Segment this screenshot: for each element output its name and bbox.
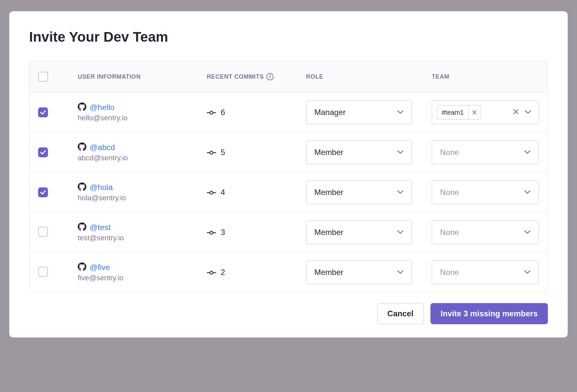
header-checkbox-cell — [38, 72, 78, 82]
commit-count: 2 — [221, 268, 225, 277]
info-icon[interactable]: i — [266, 73, 274, 80]
user-cell: @abcd abcd@sentry.io — [78, 142, 207, 162]
commit-count: 4 — [221, 188, 225, 197]
table-row: @hola hola@sentry.io 4 Member None — [29, 173, 548, 213]
chevron-down-icon — [397, 229, 404, 235]
team-select[interactable]: None — [432, 180, 539, 204]
user-email: abcd@sentry.io — [78, 154, 207, 162]
chevron-down-icon[interactable] — [523, 108, 533, 117]
header-user: USER INFORMATION — [78, 73, 207, 80]
header-commits: RECENT COMMITS i — [207, 73, 306, 80]
github-icon — [78, 222, 86, 232]
role-cell: Member — [306, 180, 432, 204]
invite-button[interactable]: Invite 3 missing members — [430, 303, 548, 324]
role-select[interactable]: Manager — [306, 100, 412, 124]
user-handle-link[interactable]: @abcd — [90, 143, 115, 152]
team-cell: None — [432, 140, 539, 164]
select-all-checkbox[interactable] — [38, 72, 48, 82]
user-email: hello@sentry.io — [78, 114, 207, 122]
commit-cell: 2 — [207, 268, 306, 277]
github-icon — [78, 182, 86, 192]
chevron-down-icon — [397, 149, 404, 155]
user-handle-link[interactable]: @hola — [90, 183, 113, 192]
header-role: ROLE — [306, 73, 432, 80]
commit-icon — [207, 148, 216, 157]
row-checkbox[interactable] — [38, 227, 48, 237]
commit-count: 6 — [221, 108, 225, 117]
svg-point-1 — [210, 111, 213, 114]
github-icon — [78, 142, 86, 152]
team-cell: None — [432, 180, 539, 204]
svg-point-10 — [210, 231, 213, 234]
user-cell: @hello hello@sentry.io — [78, 102, 207, 122]
team-cell: None — [432, 220, 539, 244]
commit-cell: 3 — [207, 228, 306, 237]
team-select[interactable]: None — [432, 140, 539, 164]
role-cell: Member — [306, 140, 432, 164]
team-multiselect[interactable]: #team1 — [432, 100, 539, 124]
cancel-button[interactable]: Cancel — [377, 303, 424, 324]
chevron-down-icon — [524, 189, 531, 195]
user-cell: @hola hola@sentry.io — [78, 182, 207, 202]
team-cell: #team1 — [432, 100, 539, 124]
team-select[interactable]: None — [432, 260, 539, 284]
commit-cell: 4 — [207, 188, 306, 197]
user-email: hola@sentry.io — [78, 194, 207, 202]
modal-footer: Cancel Invite 3 missing members — [29, 303, 548, 324]
user-handle-link[interactable]: @test — [90, 223, 111, 232]
invite-modal: Invite Your Dev Team USER INFORMATION RE… — [9, 11, 568, 337]
clear-all-icon[interactable] — [511, 107, 520, 117]
commit-count: 5 — [221, 148, 225, 157]
chevron-down-icon — [524, 269, 531, 275]
role-select[interactable]: Member — [306, 140, 412, 164]
commit-icon — [207, 228, 216, 237]
header-team: TEAM — [432, 73, 539, 80]
chevron-down-icon — [397, 189, 404, 195]
role-select[interactable]: Member — [306, 180, 412, 204]
user-email: test@sentry.io — [78, 234, 207, 242]
row-checkbox[interactable] — [38, 267, 48, 277]
commit-icon — [207, 108, 216, 117]
user-cell: @test test@sentry.io — [78, 222, 207, 242]
chip-remove-icon[interactable] — [468, 105, 480, 119]
table-row: @test test@sentry.io 3 Member None — [29, 213, 548, 253]
table-row: @hello hello@sentry.io 6 Manager — [29, 93, 548, 133]
commit-cell: 6 — [207, 108, 306, 117]
role-cell: Member — [306, 220, 432, 244]
svg-point-13 — [210, 271, 213, 274]
team-select[interactable]: None — [432, 220, 539, 244]
user-handle-link[interactable]: @five — [90, 263, 110, 272]
commit-icon — [207, 268, 216, 277]
members-table: USER INFORMATION RECENT COMMITS i ROLE T… — [29, 61, 548, 293]
team-cell: None — [432, 260, 539, 284]
role-cell: Member — [306, 260, 432, 284]
user-handle-link[interactable]: @hello — [90, 103, 114, 112]
team-chip: #team1 — [437, 105, 480, 120]
chevron-down-icon — [524, 229, 531, 235]
svg-point-7 — [210, 191, 213, 194]
role-select[interactable]: Member — [306, 260, 412, 284]
table-header: USER INFORMATION RECENT COMMITS i ROLE T… — [29, 61, 548, 93]
table-row: @abcd abcd@sentry.io 5 Member None — [29, 133, 548, 173]
github-icon — [78, 262, 86, 272]
user-cell: @five five@sentry.io — [78, 262, 207, 282]
commit-icon — [207, 188, 216, 197]
table-row: @five five@sentry.io 2 Member None — [29, 253, 548, 292]
user-email: five@sentry.io — [78, 274, 207, 282]
chevron-down-icon — [524, 149, 531, 155]
chevron-down-icon — [397, 109, 404, 115]
row-checkbox[interactable] — [38, 187, 48, 197]
role-select[interactable]: Member — [306, 220, 412, 244]
chevron-down-icon — [397, 269, 404, 275]
commit-cell: 5 — [207, 148, 306, 157]
github-icon — [78, 102, 86, 112]
modal-title: Invite Your Dev Team — [29, 29, 548, 45]
commit-count: 3 — [221, 228, 225, 237]
row-checkbox[interactable] — [38, 107, 48, 117]
role-cell: Manager — [306, 100, 432, 124]
svg-point-4 — [210, 151, 213, 154]
row-checkbox[interactable] — [38, 147, 48, 157]
